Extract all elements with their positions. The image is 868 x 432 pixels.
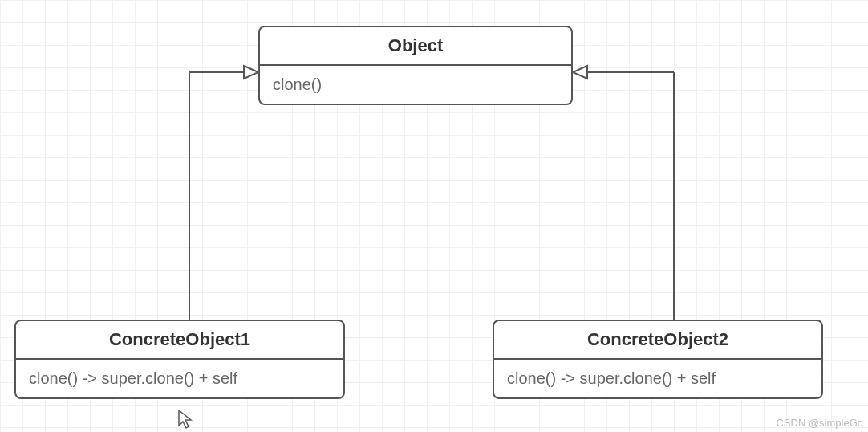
class-method-object: clone() (260, 66, 571, 104)
class-box-concrete1: ConcreteObject1 clone() -> super.clone()… (14, 320, 345, 399)
class-method-concrete2: clone() -> super.clone() + self (494, 360, 821, 397)
class-box-object: Object clone() (258, 26, 573, 105)
svg-marker-2 (244, 66, 258, 79)
generalization-arrow-left (176, 63, 273, 328)
cursor-icon (176, 410, 194, 430)
class-title-concrete2: ConcreteObject2 (494, 321, 821, 360)
watermark-text: CSDN @simpleGq (776, 417, 863, 429)
class-title-object: Object (260, 27, 571, 66)
generalization-arrow-right (562, 63, 690, 328)
svg-marker-5 (573, 66, 587, 79)
class-box-concrete2: ConcreteObject2 clone() -> super.clone()… (493, 320, 823, 399)
class-title-concrete1: ConcreteObject1 (16, 321, 343, 360)
class-method-concrete1: clone() -> super.clone() + self (16, 360, 343, 397)
